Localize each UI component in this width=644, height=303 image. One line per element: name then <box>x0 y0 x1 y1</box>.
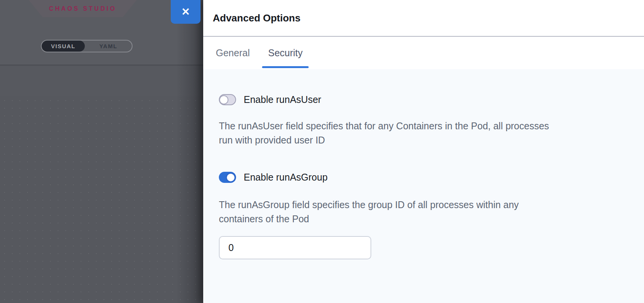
security-tab-content: Enable runAsUser The runAsUser field spe… <box>203 69 644 303</box>
toggle-knob <box>226 173 236 182</box>
description-line: The runAsGroup field specifies the group… <box>219 198 644 212</box>
run-as-user-toggle-label: Enable runAsUser <box>244 94 321 105</box>
description-line: containers of the Pod <box>219 212 644 226</box>
run-as-group-toggle-label: Enable runAsGroup <box>244 172 328 183</box>
close-icon: ✕ <box>181 7 190 17</box>
tab-general[interactable]: General <box>210 37 256 69</box>
run-as-user-description: The runAsUser field specifies that for a… <box>219 119 644 147</box>
toggle-knob <box>219 95 228 104</box>
close-drawer-button[interactable]: ✕ <box>171 0 201 24</box>
yaml-view-button[interactable]: YAML <box>85 41 132 52</box>
tab-security[interactable]: Security <box>262 37 309 69</box>
description-line: The runAsUser field specifies that for a… <box>219 119 644 133</box>
drawer-tabs: General Security <box>203 37 644 69</box>
description-line: run with provided user ID <box>219 133 644 147</box>
run-as-group-toggle[interactable] <box>219 172 236 183</box>
drawer-title: Advanced Options <box>213 12 301 24</box>
run-as-user-toggle-row: Enable runAsUser <box>219 94 644 105</box>
run-as-group-section: Enable runAsGroup The runAsGroup field s… <box>219 172 644 259</box>
run-as-group-description: The runAsGroup field specifies the group… <box>219 198 644 226</box>
panel-edge-shadow <box>176 0 203 303</box>
run-as-user-toggle[interactable] <box>219 94 236 105</box>
dimmed-canvas-backdrop: CHAOS STUDIO VISUAL YAML <box>0 0 203 303</box>
run-as-group-toggle-row: Enable runAsGroup <box>219 172 644 183</box>
chaos-studio-banner: CHAOS STUDIO <box>29 0 137 17</box>
advanced-options-drawer: Advanced Options General Security Enable… <box>203 0 644 303</box>
run-as-user-section: Enable runAsUser The runAsUser field spe… <box>219 94 644 147</box>
canvas-subheader-strip <box>0 66 203 96</box>
run-as-group-id-input[interactable] <box>219 236 371 259</box>
dotted-grid-canvas <box>0 96 203 303</box>
visual-view-button[interactable]: VISUAL <box>42 41 85 52</box>
visual-yaml-switch[interactable]: VISUAL YAML <box>41 40 133 52</box>
screen: CHAOS STUDIO VISUAL YAML ✕ Advanced Opti… <box>0 0 644 303</box>
chaos-studio-label: CHAOS STUDIO <box>49 5 117 12</box>
drawer-header: Advanced Options <box>203 0 644 37</box>
